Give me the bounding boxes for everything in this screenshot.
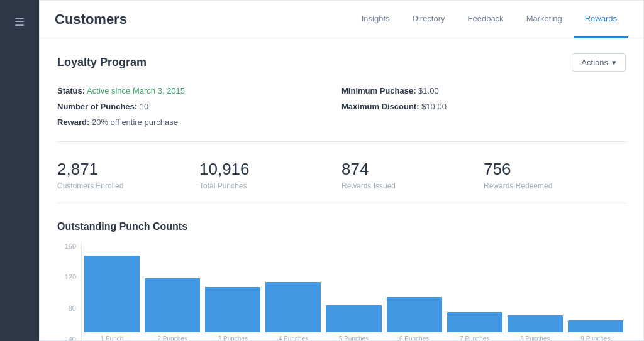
bar-chart: 1601208040 1 Punch2 Punches3 Punches4 Pu…	[57, 242, 626, 340]
bar-group: 4 Punches	[265, 282, 321, 340]
bar-group: 7 Punches	[447, 312, 502, 340]
bar-label: 2 Punches	[158, 335, 187, 340]
bar	[326, 305, 381, 332]
stat-label: Rewards Issued	[341, 181, 471, 190]
stat-number: 756	[484, 160, 613, 179]
bar-label: 8 Punches	[520, 335, 550, 340]
bar-group: 1 Punch	[84, 256, 140, 340]
punches-row: Number of Punches: 10	[57, 100, 341, 113]
actions-label: Actions	[581, 58, 608, 67]
section-header: Loyalty Program Actions ▾	[57, 53, 626, 72]
bar-group: 8 Punches	[508, 315, 563, 340]
bar	[265, 282, 321, 332]
bar-group: 2 Punches	[145, 278, 200, 340]
reward-value: 20% off entire purchase	[92, 117, 178, 127]
y-axis-label: 160	[57, 242, 76, 250]
chart-section: Outstanding Punch Counts 1601208040 1 Pu…	[57, 221, 626, 340]
bar-label: 4 Punches	[279, 335, 308, 340]
max-discount-label: Maximum Discount:	[341, 102, 419, 111]
bar	[387, 297, 442, 332]
bars-container: 1 Punch2 Punches3 Punches4 Punches5 Punc…	[81, 242, 626, 340]
status-value: Active since March 3, 2015	[87, 86, 185, 95]
content-area: Loyalty Program Actions ▾ Status: Active…	[40, 38, 643, 340]
bar	[145, 278, 200, 332]
min-purchase-row: Minimum Puchase: $1.00	[341, 84, 626, 97]
chart-title: Outstanding Punch Counts	[57, 221, 626, 232]
bar	[205, 287, 260, 332]
actions-chevron-icon: ▾	[612, 58, 616, 67]
main-content: Customers Insights Directory Feedback Ma…	[39, 0, 644, 341]
tab-rewards[interactable]: Rewards	[574, 1, 628, 38]
stat-label: Total Punches	[199, 181, 329, 190]
stat-item: 756 Rewards Redeemed	[484, 160, 626, 190]
max-discount-row: Maximum Discount: $10.00	[341, 100, 626, 113]
bar-group: 9 Punches	[568, 320, 623, 340]
stat-label: Customers Enrolled	[57, 181, 187, 190]
status-row: Status: Active since March 3, 2015	[57, 84, 341, 97]
bar-group: 3 Punches	[205, 287, 260, 340]
stats-row: 2,871 Customers Enrolled 10,916 Total Pu…	[57, 160, 626, 203]
header: Customers Insights Directory Feedback Ma…	[40, 1, 643, 38]
chart-area: 1 Punch2 Punches3 Punches4 Punches5 Punc…	[81, 242, 626, 340]
tab-insights[interactable]: Insights	[350, 1, 401, 38]
bar-group: 5 Punches	[326, 305, 381, 340]
bar-label: 3 Punches	[218, 335, 248, 340]
reward-row: Reward: 20% off entire purchase	[57, 116, 341, 129]
info-grid: Status: Active since March 3, 2015 Minim…	[57, 84, 626, 142]
stat-label: Rewards Redeemed	[484, 181, 613, 190]
bar-group: 6 Punches	[387, 297, 442, 340]
bar	[568, 320, 623, 332]
punches-label: Number of Punches:	[57, 102, 137, 111]
stat-item: 2,871 Customers Enrolled	[57, 160, 199, 190]
stat-item: 874 Rewards Issued	[341, 160, 484, 190]
bar	[447, 312, 502, 332]
reward-label: Reward:	[57, 117, 89, 127]
max-discount-value: $10.00	[421, 102, 447, 111]
menu-icon[interactable]: ☰	[9, 10, 30, 34]
tab-directory[interactable]: Directory	[401, 1, 457, 38]
y-axis: 1601208040	[57, 242, 76, 340]
bar-label: 9 Punches	[580, 335, 610, 340]
stat-number: 10,916	[199, 160, 329, 179]
min-purchase-value: $1.00	[418, 86, 439, 95]
section-title: Loyalty Program	[57, 56, 147, 69]
bar	[84, 256, 140, 332]
y-axis-label: 80	[57, 305, 76, 312]
bar-label: 1 Punch	[101, 335, 124, 340]
nav-tabs: Insights Directory Feedback Marketing Re…	[350, 1, 628, 38]
bar-label: 5 Punches	[339, 335, 369, 340]
stat-number: 874	[341, 160, 471, 179]
stat-item: 10,916 Total Punches	[199, 160, 341, 190]
stat-number: 2,871	[57, 160, 187, 179]
y-axis-label: 120	[57, 273, 76, 281]
page-title: Customers	[55, 11, 350, 28]
bar-label: 7 Punches	[460, 335, 489, 340]
bar	[508, 315, 563, 332]
bar-label: 6 Punches	[399, 335, 429, 340]
tab-feedback[interactable]: Feedback	[457, 1, 515, 38]
actions-button[interactable]: Actions ▾	[572, 53, 626, 72]
min-purchase-label: Minimum Puchase:	[341, 86, 416, 95]
sidebar: ☰	[0, 0, 39, 341]
punches-value: 10	[140, 102, 148, 111]
tab-marketing[interactable]: Marketing	[515, 1, 574, 38]
status-label: Status:	[57, 86, 85, 95]
y-axis-label: 40	[57, 335, 76, 340]
